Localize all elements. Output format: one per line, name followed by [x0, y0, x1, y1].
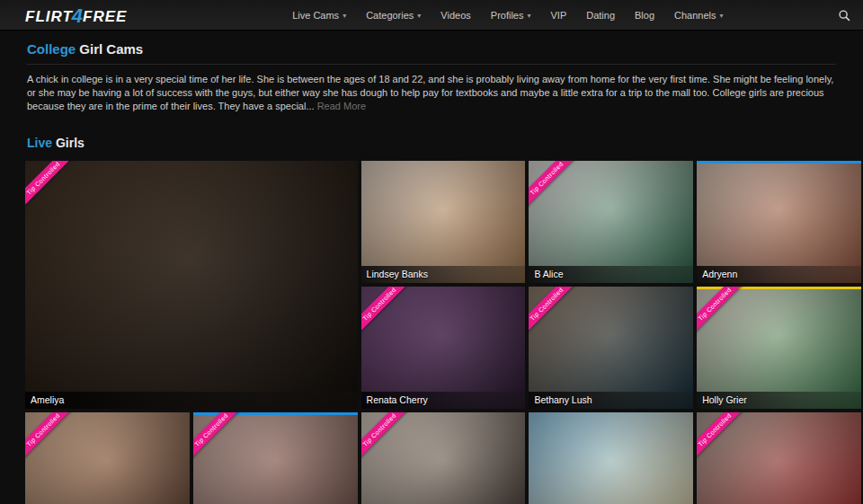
main-nav: Live Cams▾Categories▾VideosProfiles▾VIPD…: [184, 10, 723, 21]
status-top-border: [697, 161, 861, 164]
nav-item-label: Blog: [635, 10, 654, 21]
nav-item-videos[interactable]: Videos: [440, 10, 470, 21]
model-card-adryenn[interactable]: Adryenn: [697, 161, 861, 283]
read-more-link[interactable]: Read More: [317, 101, 366, 111]
model-card-victoria-romano[interactable]: Tip ControlledVictoria Romano: [25, 412, 190, 504]
live-girls-grid: Tip ControlledAmeliyaLindsey BanksTip Co…: [25, 161, 861, 504]
model-thumbnail: [361, 161, 526, 283]
section-title-rest: Girls: [52, 136, 85, 150]
nav-item-label: Categories: [366, 10, 414, 21]
model-card-holly-grier[interactable]: Tip ControlledHolly Grier: [697, 287, 861, 409]
section-title: Live Girls: [27, 136, 836, 150]
logo-text-four: 4: [72, 4, 84, 28]
section-title-accent: Live: [27, 136, 52, 150]
site-logo[interactable]: FLIRT4FREE: [25, 4, 127, 27]
nav-item-label: Videos: [440, 10, 470, 21]
chevron-down-icon: ▾: [417, 12, 421, 20]
model-name: Holly Grier: [697, 392, 861, 409]
page-title-accent: College: [27, 41, 76, 57]
nav-item-live-cams[interactable]: Live Cams▾: [292, 10, 346, 21]
model-card-monica-daniels[interactable]: Tip ControlledMonica Daniels: [697, 412, 861, 504]
nav-item-dating[interactable]: Dating: [586, 10, 615, 21]
nav-item-label: VIP: [551, 10, 567, 21]
model-thumbnail: [25, 161, 358, 409]
top-nav-bar: FLIRT4FREE Live Cams▾Categories▾VideosPr…: [0, 0, 863, 31]
search-icon: [838, 9, 850, 22]
model-card-nodia[interactable]: Tip ControlledNodia: [361, 412, 526, 504]
model-card-ari-orient[interactable]: Ari Orient: [529, 412, 693, 504]
model-thumbnail: [697, 161, 861, 283]
category-description: A chick in college is in a very special …: [27, 73, 836, 113]
chevron-down-icon: ▾: [720, 12, 724, 20]
nav-item-channels[interactable]: Channels▾: [674, 10, 724, 21]
model-card-renata-cherry[interactable]: Tip ControlledRenata Cherry: [361, 287, 526, 409]
nav-item-label: Dating: [586, 10, 615, 21]
nav-item-label: Live Cams: [292, 10, 339, 21]
model-card-b-alice[interactable]: Tip ControlledB Alice: [529, 161, 693, 283]
chevron-down-icon: ▾: [343, 12, 346, 20]
logo-text-flirt: FLIRT: [25, 8, 73, 26]
description-text: A chick in college is in a very special …: [27, 74, 833, 111]
model-name: B Alice: [529, 266, 693, 283]
logo-text-free: FREE: [83, 8, 127, 26]
nav-item-profiles[interactable]: Profiles▾: [491, 10, 531, 21]
search-button[interactable]: [838, 9, 850, 22]
model-card-ameliya[interactable]: Tip ControlledAmeliya: [25, 161, 358, 409]
model-card-dannel[interactable]: Tip ControlledDannel: [193, 412, 358, 504]
nav-item-label: Channels: [674, 10, 716, 21]
model-name: Bethany Lush: [529, 392, 693, 409]
nav-item-label: Profiles: [491, 10, 524, 21]
model-name: Ameliya: [25, 392, 358, 409]
model-name: Adryenn: [697, 266, 861, 283]
chevron-down-icon: ▾: [527, 12, 530, 20]
model-name: Lindsey Banks: [361, 266, 526, 283]
nav-item-blog[interactable]: Blog: [635, 10, 654, 21]
model-card-bethany-lush[interactable]: Tip ControlledBethany Lush: [529, 287, 693, 409]
model-thumbnail: [529, 412, 693, 504]
nav-item-categories[interactable]: Categories▾: [366, 10, 421, 21]
model-card-lindsey-banks[interactable]: Lindsey Banks: [361, 161, 526, 283]
page-title: College Girl Cams: [27, 41, 836, 64]
nav-item-vip[interactable]: VIP: [551, 10, 567, 21]
title-divider: [27, 64, 836, 65]
page-title-rest: Girl Cams: [76, 41, 143, 57]
model-name: Renata Cherry: [361, 392, 526, 409]
